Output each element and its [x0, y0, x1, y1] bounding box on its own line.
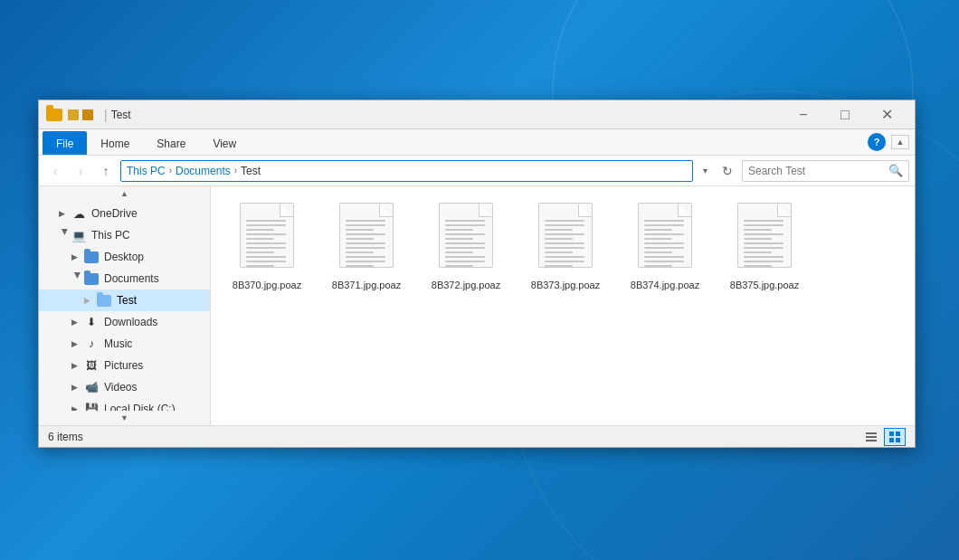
svg-rect-5: [889, 438, 894, 442]
sidebar-inner: ▶ ☁ OneDrive ▶ 💻 This PC ▶ Desktop: [39, 186, 210, 425]
pictures-expand-arrow: ▶: [71, 361, 84, 370]
file-name-3: 8B373.jpg.poaz: [531, 279, 600, 291]
ribbon: File Home Share View ? ▲: [39, 129, 915, 156]
maximize-button[interactable]: □: [824, 100, 866, 129]
breadcrumb-documents[interactable]: Documents: [176, 165, 231, 177]
doc-icon-4: [638, 203, 692, 268]
large-icons-view-icon: [888, 431, 901, 443]
tab-share[interactable]: Share: [143, 131, 199, 155]
forward-button[interactable]: ›: [70, 160, 91, 182]
item-count: 6 items: [48, 431, 83, 443]
tab-home[interactable]: Home: [87, 131, 143, 155]
doc-icon-2: [439, 203, 493, 268]
window-controls: − □ ✕: [783, 100, 907, 129]
doc-lines-2: [445, 220, 485, 268]
up-button[interactable]: ↑: [95, 160, 117, 182]
downloads-expand-arrow: ▶: [71, 318, 84, 327]
videos-icon: 📹: [84, 380, 99, 394]
refresh-button[interactable]: ↻: [717, 160, 738, 182]
search-icon[interactable]: 🔍: [888, 164, 903, 177]
doc-lines-5: [744, 220, 783, 268]
breadcrumb-this-pc[interactable]: This PC: [127, 165, 166, 177]
search-box[interactable]: 🔍: [742, 160, 909, 182]
breadcrumb-test: Test: [241, 165, 261, 177]
file-grid: 8B370.jpg.poaz: [222, 197, 904, 414]
sidebar-label-downloads: Downloads: [104, 316, 157, 328]
svg-rect-0: [866, 432, 877, 434]
documents-expand-arrow: ▶: [73, 272, 82, 285]
sidebar-label-desktop: Desktop: [104, 251, 144, 263]
doc-lines-4: [644, 220, 684, 268]
documents-icon: [84, 271, 99, 286]
details-view-button[interactable]: [860, 428, 882, 446]
sidebar-label-thispc: This PC: [91, 229, 130, 242]
thispc-icon: 💻: [71, 228, 86, 242]
sidebar-scroll-down[interactable]: ▼: [39, 411, 210, 425]
file-item[interactable]: 8B370.jpg.poaz: [222, 197, 312, 297]
explorer-window: | Test − □ ✕ File Home Share View ? ▲ ‹ …: [38, 100, 916, 448]
back-button[interactable]: ‹: [44, 160, 66, 182]
file-item[interactable]: 8B374.jpg.poaz: [620, 197, 710, 297]
file-icon-2: [434, 203, 498, 275]
title-bar-icons: [46, 109, 93, 121]
file-item[interactable]: 8B371.jpg.poaz: [321, 197, 412, 297]
ribbon-collapse-button[interactable]: ▲: [891, 135, 909, 149]
doc-icon-1: [339, 203, 394, 268]
tab-view[interactable]: View: [199, 131, 250, 155]
file-item[interactable]: 8B375.jpg.poaz: [719, 197, 810, 297]
file-item[interactable]: 8B373.jpg.poaz: [520, 197, 611, 297]
sidebar: ▲ ▶ ☁ OneDrive ▶ 💻 This PC ▶: [39, 186, 211, 425]
svg-rect-4: [896, 432, 900, 436]
sidebar-item-onedrive[interactable]: ▶ ☁ OneDrive: [39, 203, 210, 224]
doc-icon-0: [240, 203, 294, 268]
minimize-button[interactable]: −: [783, 100, 824, 129]
sidebar-item-videos[interactable]: ▶ 📹 Videos: [39, 376, 210, 398]
onedrive-expand-arrow: ▶: [59, 209, 71, 218]
sidebar-label-pictures: Pictures: [104, 359, 143, 372]
file-icon-3: [534, 203, 597, 275]
test-expand-arrow: ▶: [84, 296, 97, 305]
sidebar-item-test[interactable]: ▶ Test: [39, 289, 210, 311]
file-name-2: 8B372.jpg.poaz: [432, 279, 500, 291]
doc-lines-3: [545, 220, 584, 268]
file-item[interactable]: 8B372.jpg.poaz: [421, 197, 511, 297]
svg-rect-1: [866, 436, 877, 438]
large-icons-view-button[interactable]: [884, 428, 906, 446]
test-folder-icon: [97, 293, 111, 308]
videos-expand-arrow: ▶: [71, 383, 84, 392]
sidebar-item-desktop[interactable]: ▶ Desktop: [39, 246, 210, 268]
window-title: Test: [111, 109, 783, 121]
pin-icon: [82, 109, 93, 120]
content-area: ▲ ▶ ☁ OneDrive ▶ 💻 This PC ▶: [39, 186, 915, 425]
title-separator: |: [104, 108, 108, 122]
downloads-icon: ⬇: [84, 315, 99, 329]
address-dropdown-button[interactable]: ▾: [697, 160, 713, 182]
sidebar-item-documents[interactable]: ▶ Documents: [39, 268, 210, 289]
address-bar: ‹ › ↑ This PC › Documents › Test ▾ ↻ 🔍: [39, 156, 915, 186]
music-expand-arrow: ▶: [71, 339, 84, 348]
file-icon-1: [335, 203, 398, 275]
address-box[interactable]: This PC › Documents › Test: [120, 160, 693, 182]
sidebar-item-thispc[interactable]: ▶ 💻 This PC: [39, 224, 210, 246]
desktop-icon: [84, 250, 99, 264]
file-name-0: 8B370.jpg.poaz: [233, 279, 301, 291]
sidebar-item-music[interactable]: ▶ ♪ Music: [39, 333, 210, 355]
doc-icon-3: [538, 203, 593, 268]
doc-lines-1: [346, 220, 385, 268]
sidebar-scroll-up[interactable]: ▲: [39, 186, 210, 201]
sidebar-item-pictures[interactable]: ▶ 🖼 Pictures: [39, 355, 210, 376]
file-name-4: 8B374.jpg.poaz: [631, 279, 699, 291]
tab-file[interactable]: File: [43, 131, 87, 155]
file-icon-4: [633, 203, 697, 275]
file-icon-5: [733, 203, 796, 275]
sidebar-label-documents: Documents: [104, 272, 159, 285]
sidebar-label-onedrive: OneDrive: [91, 207, 138, 220]
ribbon-tabs: File Home Share View ? ▲: [39, 129, 915, 155]
sidebar-item-downloads[interactable]: ▶ ⬇ Downloads: [39, 311, 210, 333]
file-name-5: 8B375.jpg.poaz: [730, 279, 799, 291]
close-button[interactable]: ✕: [866, 100, 907, 129]
svg-rect-3: [889, 432, 894, 436]
search-input[interactable]: [748, 165, 888, 177]
breadcrumb: This PC › Documents › Test: [127, 165, 261, 177]
help-button[interactable]: ?: [868, 133, 886, 151]
